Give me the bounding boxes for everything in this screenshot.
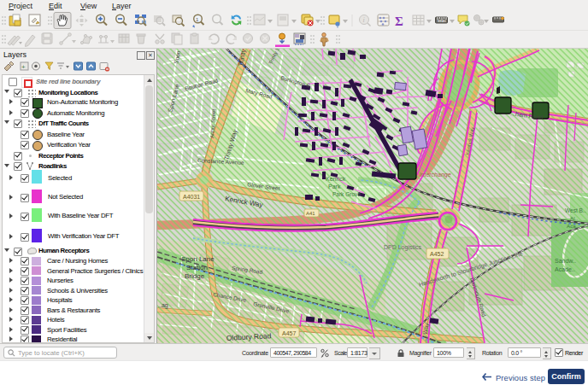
svg-text:DPD Logistics: DPD Logistics (384, 244, 421, 251)
svg-text:i: i (363, 16, 365, 24)
svg-text:+: + (21, 63, 26, 71)
svg-text:West B..: West B.. (565, 207, 586, 213)
svg-text:A452: A452 (430, 251, 444, 257)
svg-text:Kenrick: Kenrick (326, 176, 346, 182)
svg-text:Park: Park (328, 184, 341, 190)
svg-text:MEAS: MEAS (438, 20, 447, 23)
svg-text:Acade..: Acade.. (555, 266, 575, 272)
svg-text:interchange: interchange (420, 172, 451, 178)
svg-text:..ag: ..ag (158, 302, 168, 309)
svg-text:Aca..: Aca.. (567, 223, 579, 229)
svg-text:Spon Lane: Spon Lane (181, 255, 215, 263)
svg-text:Station: Station (186, 264, 208, 271)
svg-text:A4031: A4031 (183, 194, 200, 200)
svg-text:A41: A41 (306, 211, 315, 216)
svg-text:Bridge: Bridge (185, 272, 205, 280)
svg-text:Al..: Al.. (570, 215, 578, 221)
svg-text:Park Grove: Park Grove (332, 191, 361, 197)
svg-text:Σ: Σ (395, 15, 403, 28)
svg-text:Sandw..: Sandw.. (555, 258, 576, 264)
svg-text:A457: A457 (282, 330, 296, 336)
